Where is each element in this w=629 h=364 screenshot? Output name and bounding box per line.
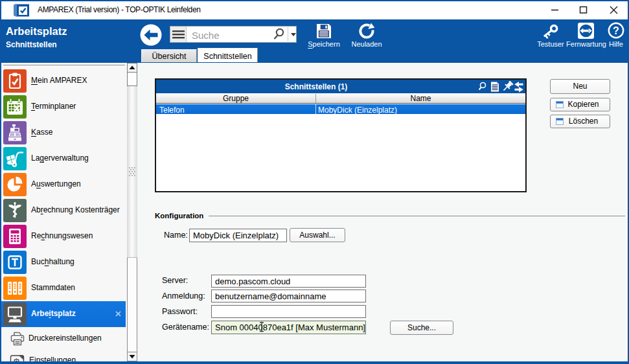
svg-text:?: ? xyxy=(613,25,619,36)
